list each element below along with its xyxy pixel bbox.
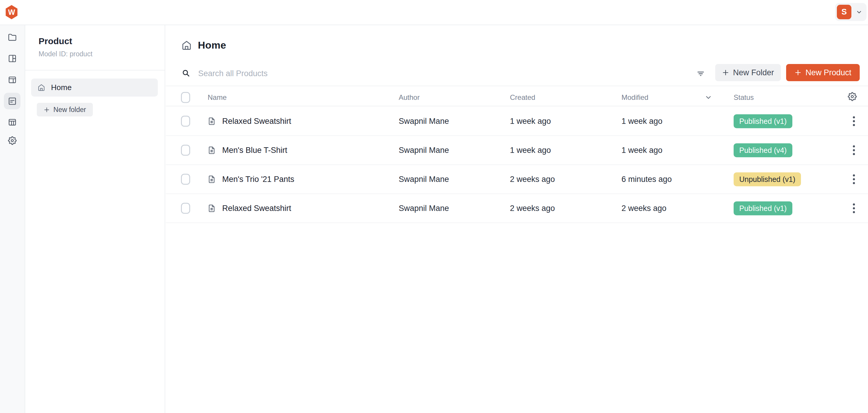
page-header: Home <box>182 39 226 51</box>
settings-icon[interactable] <box>4 132 21 149</box>
entry-name[interactable]: Relaxed Sweatshirt <box>222 204 291 213</box>
layout-panel-icon[interactable] <box>4 50 21 67</box>
entry-created: 1 week ago <box>510 146 551 155</box>
row-checkbox[interactable] <box>181 203 190 214</box>
page-title: Home <box>198 39 226 51</box>
table-row[interactable]: Relaxed Sweatshirt Swapnil Mane 2 weeks … <box>166 194 868 223</box>
table-row[interactable]: Relaxed Sweatshirt Swapnil Mane 1 week a… <box>166 107 868 136</box>
entry-created: 2 weeks ago <box>510 175 555 184</box>
row-checkbox[interactable] <box>181 116 190 127</box>
column-header-created[interactable]: Created <box>510 93 535 102</box>
row-menu-dots-icon[interactable] <box>851 173 857 186</box>
user-menu[interactable]: S <box>835 3 867 21</box>
top-bar: W S <box>0 0 868 25</box>
status-badge: Published (v1) <box>734 202 793 215</box>
entry-name[interactable]: Men's Blue T-Shirt <box>222 146 287 155</box>
home-icon <box>38 84 45 91</box>
entry-author: Swapnil Mane <box>399 175 449 184</box>
new-product-button[interactable]: New Product <box>786 64 860 81</box>
entry-created: 2 weeks ago <box>510 204 555 213</box>
column-header-modified[interactable]: Modified <box>621 93 649 102</box>
row-menu-dots-icon[interactable] <box>851 115 857 128</box>
table-row[interactable]: Men's Trio '21 Pants Swapnil Mane 2 week… <box>166 165 868 194</box>
column-header-author[interactable]: Author <box>399 93 420 102</box>
sidebar-new-folder-label: New folder <box>53 106 86 114</box>
content-entry-icon[interactable] <box>4 93 21 109</box>
row-menu-dots-icon[interactable] <box>851 144 857 157</box>
column-header-name[interactable]: Name <box>208 93 227 102</box>
entry-modified: 1 week ago <box>621 117 662 126</box>
table-header: Name Author Created Modified Status <box>166 89 868 106</box>
file-icon <box>208 175 216 184</box>
entry-author: Swapnil Mane <box>399 146 449 155</box>
sidebar-item-home[interactable]: Home <box>31 78 158 97</box>
file-icon <box>208 204 216 213</box>
column-header-status[interactable]: Status <box>734 93 754 102</box>
row-checkbox[interactable] <box>181 145 190 156</box>
status-badge: Published (v1) <box>734 114 793 128</box>
file-icon <box>208 117 216 126</box>
column-settings-gear-icon[interactable] <box>848 92 857 101</box>
entry-created: 1 week ago <box>510 117 551 126</box>
plus-icon <box>722 69 729 76</box>
sidebar-new-folder-button[interactable]: New folder <box>37 103 93 116</box>
model-sidebar: Product Model ID: product Home New folde… <box>25 25 165 413</box>
search-icon <box>182 69 190 78</box>
table-body: Relaxed Sweatshirt Swapnil Mane 1 week a… <box>166 107 868 223</box>
entry-author: Swapnil Mane <box>399 204 449 213</box>
status-badge: Published (v4) <box>734 143 793 157</box>
entry-modified: 1 week ago <box>621 146 662 155</box>
toolbar: New Folder New Product <box>166 63 868 86</box>
table-row[interactable]: Men's Blue T-Shirt Swapnil Mane 1 week a… <box>166 136 868 165</box>
model-id-subtitle: Model ID: product <box>38 50 93 58</box>
model-title: Product <box>38 36 72 46</box>
browser-icon[interactable] <box>4 71 21 88</box>
app-rail <box>0 25 25 413</box>
row-checkbox[interactable] <box>181 174 190 185</box>
plus-icon <box>43 107 50 113</box>
entry-name[interactable]: Men's Trio '21 Pants <box>222 175 294 184</box>
sidebar-item-label: Home <box>51 83 71 92</box>
row-menu-dots-icon[interactable] <box>851 202 857 215</box>
table-columns-icon[interactable] <box>4 114 21 130</box>
select-all-checkbox[interactable] <box>181 92 190 103</box>
new-product-label: New Product <box>805 68 851 77</box>
folder-icon[interactable] <box>4 29 21 46</box>
status-badge: Unpublished (v1) <box>734 172 801 186</box>
chevron-down-icon <box>851 9 867 15</box>
webiny-logo-icon[interactable]: W <box>5 5 18 19</box>
plus-icon <box>795 69 802 76</box>
file-icon <box>208 146 216 155</box>
entry-modified: 6 minutes ago <box>621 175 672 184</box>
entry-name[interactable]: Relaxed Sweatshirt <box>222 117 291 126</box>
entry-author: Swapnil Mane <box>399 117 449 126</box>
sort-chevron-icon[interactable] <box>705 94 712 101</box>
main-content: Home New Folder New Product Name Author <box>166 25 868 413</box>
avatar[interactable]: S <box>837 5 851 19</box>
app-window: W S Product Model ID: product <box>0 0 868 413</box>
entry-modified: 2 weeks ago <box>621 204 666 213</box>
sidebar-divider <box>25 70 165 70</box>
new-folder-button[interactable]: New Folder <box>715 64 781 81</box>
home-icon <box>182 40 192 50</box>
filter-icon[interactable] <box>693 66 708 81</box>
search-input[interactable] <box>198 66 643 81</box>
new-folder-label: New Folder <box>733 68 774 77</box>
